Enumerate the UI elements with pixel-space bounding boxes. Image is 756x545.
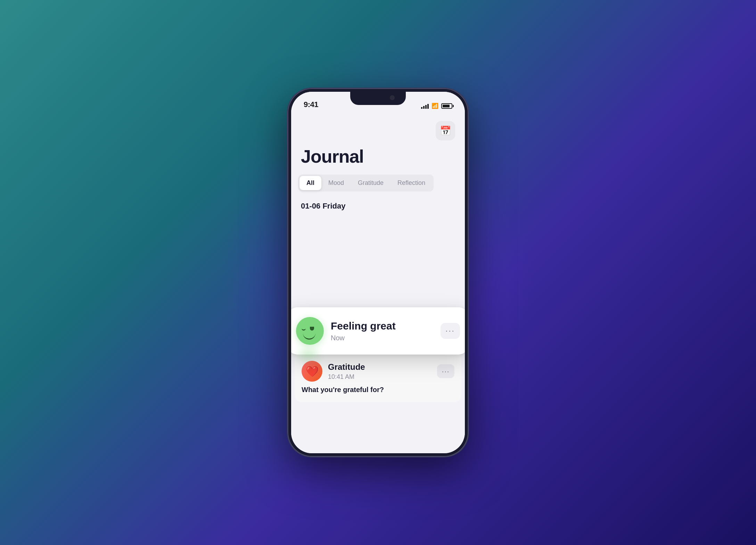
wifi-icon: 📶 xyxy=(432,103,438,109)
mood-card[interactable]: Feeling great Now ··· xyxy=(291,307,465,355)
mood-title: Feeling great xyxy=(331,320,434,332)
phone-device: 9:41 📶 📅 xyxy=(288,88,468,457)
tab-all[interactable]: All xyxy=(299,176,321,190)
filter-tabs: All Mood Gratitude Reflection xyxy=(298,174,434,192)
page-title: Journal xyxy=(301,146,364,167)
tab-gratitude[interactable]: Gratitude xyxy=(351,176,391,190)
battery-fill xyxy=(443,105,450,107)
signal-bar-1 xyxy=(421,107,422,109)
calendar-icon: 📅 xyxy=(440,125,451,136)
gratitude-more-button[interactable]: ··· xyxy=(437,364,454,378)
gratitude-time: 10:41 AM xyxy=(328,373,432,381)
calendar-button[interactable]: 📅 xyxy=(436,121,455,140)
gratitude-title: Gratitude xyxy=(328,362,432,372)
tab-mood[interactable]: Mood xyxy=(321,176,351,190)
gratitude-info: Gratitude 10:41 AM xyxy=(328,362,432,381)
signal-bar-4 xyxy=(427,104,429,109)
tab-reflection[interactable]: Reflection xyxy=(391,176,432,190)
gratitude-subtitle: What you're grateful for? xyxy=(302,386,454,394)
mood-emoji xyxy=(296,317,324,345)
mood-time: Now xyxy=(331,334,434,342)
signal-bar-3 xyxy=(425,105,427,109)
phone-screen: 9:41 📶 📅 xyxy=(291,92,465,453)
mood-info: Feeling great Now xyxy=(331,320,434,342)
gratitude-card[interactable]: ❤️ Gratitude 10:41 AM ··· What you're gr… xyxy=(295,352,461,402)
heart-emoji: ❤️ xyxy=(306,365,319,377)
status-time: 9:41 xyxy=(304,100,318,109)
battery-icon xyxy=(441,103,452,109)
gratitude-card-row: ❤️ Gratitude 10:41 AM ··· xyxy=(302,361,454,382)
phone-wrapper: 9:41 📶 📅 xyxy=(288,88,468,457)
mood-more-button[interactable]: ··· xyxy=(441,323,460,339)
gratitude-more-dots-icon: ··· xyxy=(442,367,450,375)
date-label: 01-06 Friday xyxy=(301,202,345,211)
signal-icon xyxy=(421,103,429,109)
emoji-face xyxy=(296,317,324,345)
signal-bar-2 xyxy=(423,106,425,109)
heart-icon: ❤️ xyxy=(302,361,322,382)
mood-more-dots-icon: ··· xyxy=(445,326,455,335)
status-icons: 📶 xyxy=(421,103,452,109)
app-content: 📅 Journal All Mood Gratitude Reflection … xyxy=(291,113,465,453)
phone-notch xyxy=(350,92,406,105)
